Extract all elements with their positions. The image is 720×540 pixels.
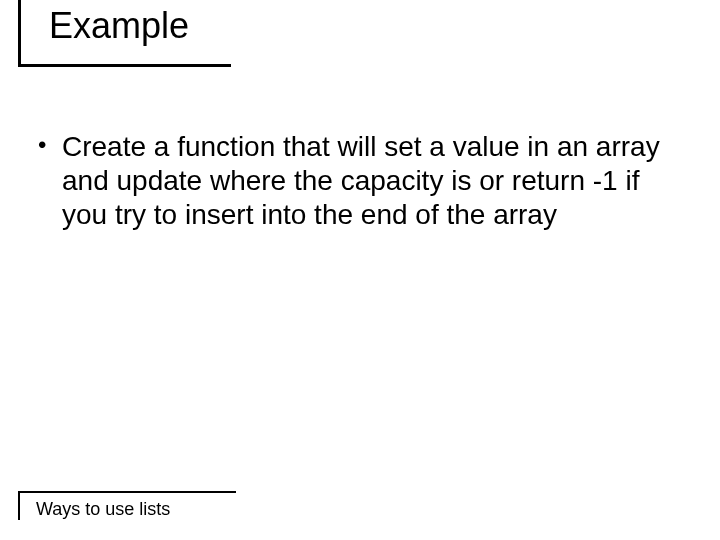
title-container: Example [18,0,231,67]
slide-footer: Ways to use lists [18,491,236,520]
footer-container: Ways to use lists [18,491,236,520]
bullet-item: Create a function that will set a value … [62,130,674,232]
slide: Example Create a function that will set … [0,0,720,540]
slide-body: Create a function that will set a value … [34,130,674,232]
bullet-list: Create a function that will set a value … [34,130,674,232]
slide-title: Example [18,0,231,67]
